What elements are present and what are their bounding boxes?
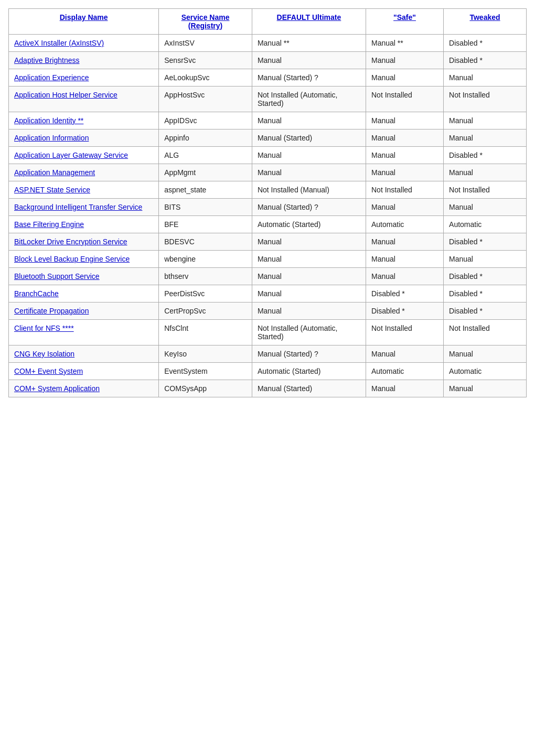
tweaked-cell: Not Installed <box>444 320 527 345</box>
service-name-cell: NfsClnt <box>159 320 252 345</box>
safe-cell: Manual <box>366 52 444 69</box>
display-name-link[interactable]: Certificate Propagation <box>14 307 89 315</box>
header-default-ultimate-link[interactable]: DEFAULT Ultimate <box>277 13 341 21</box>
default-ultimate-cell: Manual (Started) ? <box>252 199 366 216</box>
tweaked-cell: Manual <box>444 164 527 181</box>
table-row: BranchCachePeerDistSvcManualDisabled *Di… <box>9 285 527 303</box>
tweaked-cell: Disabled * <box>444 268 527 285</box>
display-name-link[interactable]: BranchCache <box>14 289 59 298</box>
safe-cell: Manual <box>366 199 444 216</box>
service-name-cell: CertPropSvc <box>159 303 252 320</box>
default-ultimate-cell: Manual ** <box>252 35 366 52</box>
display-name-link[interactable]: COM+ Event System <box>14 367 83 375</box>
tweaked-cell: Disabled * <box>444 233 527 251</box>
header-tweaked: Tweaked <box>444 9 527 35</box>
display-name-link[interactable]: Block Level Backup Engine Service <box>14 255 130 263</box>
table-row: Application Layer Gateway ServiceALGManu… <box>9 147 527 164</box>
table-row: CNG Key IsolationKeyIsoManual (Started) … <box>9 345 527 363</box>
table-row: Block Level Backup Engine Servicewbengin… <box>9 251 527 268</box>
service-name-cell: PeerDistSvc <box>159 285 252 303</box>
display-name-link[interactable]: BitLocker Drive Encryption Service <box>14 237 127 246</box>
tweaked-cell: Manual <box>444 251 527 268</box>
table-row: Application Host Helper ServiceAppHostSv… <box>9 87 527 112</box>
display-name-link[interactable]: Application Information <box>14 134 89 142</box>
display-name-link[interactable]: CNG Key Isolation <box>14 350 74 358</box>
table-row: Application ManagementAppMgmtManualManua… <box>9 164 527 181</box>
service-name-cell: BDESVC <box>159 233 252 251</box>
tweaked-cell: Manual <box>444 69 527 87</box>
default-ultimate-cell: Not Installed (Manual) <box>252 181 366 199</box>
display-name-link[interactable]: Adaptive Brightness <box>14 56 80 64</box>
tweaked-cell: Manual <box>444 380 527 397</box>
display-name-link[interactable]: COM+ System Application <box>14 384 100 393</box>
tweaked-cell: Not Installed <box>444 87 527 112</box>
default-ultimate-cell: Manual <box>252 251 366 268</box>
service-name-cell: wbengine <box>159 251 252 268</box>
service-name-cell: EventSystem <box>159 363 252 380</box>
default-ultimate-cell: Manual (Started) <box>252 129 366 147</box>
table-row: ActiveX Installer (AxInstSV)AxInstSVManu… <box>9 35 527 52</box>
service-name-cell: BITS <box>159 199 252 216</box>
safe-cell: Manual <box>366 112 444 129</box>
safe-cell: Manual <box>366 129 444 147</box>
safe-cell: Not Installed <box>366 181 444 199</box>
display-name-link[interactable]: ASP.NET State Service <box>14 186 90 194</box>
default-ultimate-cell: Manual <box>252 147 366 164</box>
header-service-name: Service Name (Registry) <box>159 9 252 35</box>
service-name-cell: COMSysApp <box>159 380 252 397</box>
tweaked-cell: Disabled * <box>444 285 527 303</box>
safe-cell: Manual <box>366 164 444 181</box>
table-row: Application Identity **AppIDSvcManualMan… <box>9 112 527 129</box>
table-row: Background Intelligent Transfer ServiceB… <box>9 199 527 216</box>
service-name-cell: AeLookupSvc <box>159 69 252 87</box>
display-name-link[interactable]: ActiveX Installer (AxInstSV) <box>14 39 104 47</box>
tweaked-cell: Disabled * <box>444 35 527 52</box>
table-row: Certificate PropagationCertPropSvcManual… <box>9 303 527 320</box>
tweaked-cell: Manual <box>444 129 527 147</box>
safe-cell: Manual ** <box>366 35 444 52</box>
service-name-cell: AppIDSvc <box>159 112 252 129</box>
safe-cell: Not Installed <box>366 87 444 112</box>
table-row: Bluetooth Support ServicebthservManualMa… <box>9 268 527 285</box>
header-tweaked-link[interactable]: Tweaked <box>469 13 500 21</box>
display-name-link[interactable]: Application Host Helper Service <box>14 91 117 99</box>
display-name-link[interactable]: Application Identity ** <box>14 116 83 125</box>
tweaked-cell: Manual <box>444 345 527 363</box>
tweaked-cell: Disabled * <box>444 147 527 164</box>
default-ultimate-cell: Manual <box>252 112 366 129</box>
display-name-link[interactable]: Application Management <box>14 168 95 177</box>
safe-cell: Automatic <box>366 216 444 233</box>
display-name-link[interactable]: Application Layer Gateway Service <box>14 151 128 159</box>
display-name-link[interactable]: Application Experience <box>14 73 89 82</box>
header-safe-link[interactable]: "Safe" <box>393 13 416 21</box>
tweaked-cell: Not Installed <box>444 181 527 199</box>
safe-cell: Manual <box>366 251 444 268</box>
table-row: BitLocker Drive Encryption ServiceBDESVC… <box>9 233 527 251</box>
safe-cell: Disabled * <box>366 285 444 303</box>
service-name-cell: SensrSvc <box>159 52 252 69</box>
safe-cell: Manual <box>366 233 444 251</box>
tweaked-cell: Automatic <box>444 363 527 380</box>
default-ultimate-cell: Not Installed (Automatic, Started) <box>252 87 366 112</box>
table-row: COM+ Event SystemEventSystemAutomatic (S… <box>9 363 527 380</box>
service-name-cell: ALG <box>159 147 252 164</box>
tweaked-cell: Disabled * <box>444 303 527 320</box>
table-row: Application ExperienceAeLookupSvcManual … <box>9 69 527 87</box>
safe-cell: Manual <box>366 268 444 285</box>
display-name-link[interactable]: Client for NFS **** <box>14 324 74 332</box>
default-ultimate-cell: Manual (Started) ? <box>252 69 366 87</box>
header-default-ultimate: DEFAULT Ultimate <box>252 9 366 35</box>
default-ultimate-cell: Automatic (Started) <box>252 363 366 380</box>
tweaked-cell: Disabled * <box>444 52 527 69</box>
default-ultimate-cell: Manual (Started) ? <box>252 345 366 363</box>
header-service-name-link[interactable]: Service Name (Registry) <box>181 13 230 30</box>
table-row: COM+ System ApplicationCOMSysAppManual (… <box>9 380 527 397</box>
safe-cell: Disabled * <box>366 303 444 320</box>
header-display-name-link[interactable]: Display Name <box>60 13 108 21</box>
service-name-cell: AppMgmt <box>159 164 252 181</box>
display-name-link[interactable]: Base Filtering Engine <box>14 220 84 229</box>
display-name-link[interactable]: Bluetooth Support Service <box>14 272 100 280</box>
service-name-cell: aspnet_state <box>159 181 252 199</box>
service-name-cell: AxInstSV <box>159 35 252 52</box>
display-name-link[interactable]: Background Intelligent Transfer Service <box>14 203 142 211</box>
